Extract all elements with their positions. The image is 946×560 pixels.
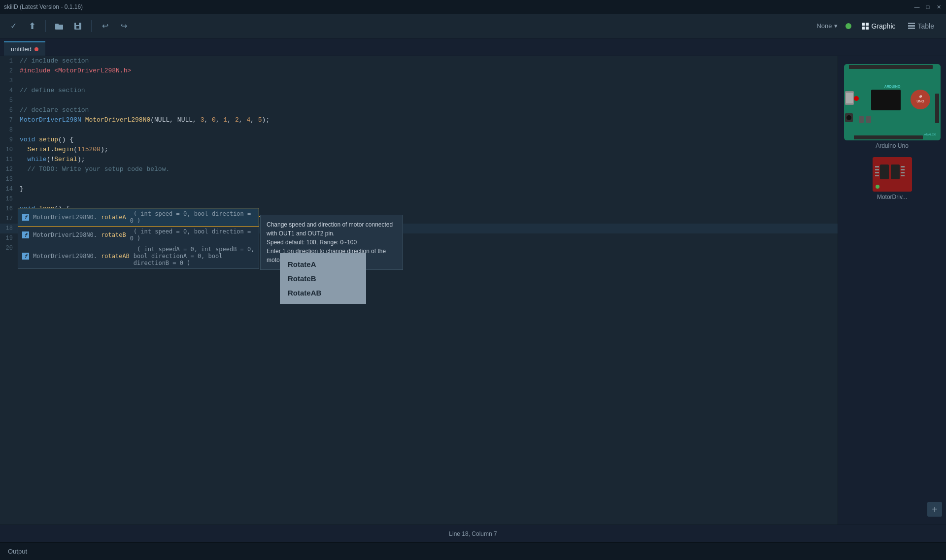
maximize-button[interactable]: □ (924, 3, 931, 10)
autocomplete-popup[interactable]: f MotorDriverL298N0. rotateA ( int speed… (18, 208, 259, 269)
upload-button[interactable]: ⬆ (25, 19, 39, 33)
table-icon (908, 22, 915, 30)
ac-method: rotateAB (101, 253, 130, 260)
line-content: // include section (18, 56, 838, 66)
line-number: 19 (0, 233, 18, 243)
motor-driver-graphic[interactable] (873, 157, 912, 192)
open-folder-button[interactable] (52, 19, 67, 33)
svg-rect-4 (76, 26, 79, 29)
verify-button[interactable]: ✓ (6, 19, 21, 33)
svg-rect-10 (908, 25, 915, 27)
line-number: 5 (0, 96, 18, 105)
file-tab[interactable]: untitled (4, 41, 45, 56)
line-content: } (18, 184, 838, 194)
svg-text:ANALOG: ANALOG (924, 133, 936, 136)
arduino-svg: ⌀ UNO ARDUINO ANALOG (844, 64, 941, 140)
rotate-b-item[interactable]: RotateB (280, 271, 366, 286)
svg-rect-35 (875, 175, 879, 176)
code-line-15: 15 (0, 194, 838, 204)
line-number: 13 (0, 174, 18, 184)
svg-rect-13 (849, 65, 933, 69)
ac-method: rotateA (101, 214, 126, 221)
line-number: 7 (0, 115, 18, 125)
svg-rect-5 (862, 23, 865, 26)
code-line-3: 3 (0, 76, 838, 86)
svg-rect-8 (866, 27, 869, 30)
status-bar: Line 18, Column 7 (0, 525, 946, 542)
autocomplete-item-2[interactable]: f MotorDriverL298N0. rotateAB ( int spee… (18, 244, 259, 268)
function-icon: f (22, 253, 29, 260)
svg-rect-36 (901, 166, 905, 167)
ac-class: MotorDriverL298N0. (33, 253, 97, 260)
code-line-14: 14 } (0, 184, 838, 194)
toolbar-separator (45, 20, 46, 32)
window-controls: — □ ✕ (913, 3, 942, 10)
line-number: 2 (0, 66, 18, 76)
line-content: // declare section (18, 105, 838, 115)
toolbar-separator-2 (91, 20, 92, 32)
add-component-button[interactable]: + (927, 502, 942, 517)
code-line-12: 12 // TODO: Write your setup code below. (0, 165, 838, 174)
arduino-board-graphic[interactable]: ⌀ UNO ARDUINO ANALOG (844, 64, 941, 140)
motor-section: MotorDriv... (873, 157, 912, 200)
minimize-button[interactable]: — (913, 3, 920, 10)
line-number: 6 (0, 105, 18, 115)
right-panel: ⌀ UNO ARDUINO ANALOG Arduino Uno (838, 56, 946, 525)
app-title: skiiiD (Latest Version - 0.1.16) (4, 3, 83, 10)
rotate-ab-item[interactable]: RotateAB (280, 286, 366, 300)
autocomplete-item-1[interactable]: f MotorDriverL298N0. rotateB ( int speed… (18, 226, 259, 244)
svg-rect-25 (859, 116, 864, 123)
svg-rect-19 (871, 90, 901, 110)
line-content: MotorDriverL298N MotorDriverL298N0(NULL,… (18, 115, 838, 125)
function-list-popup[interactable]: RotateA RotateB RotateAB (280, 253, 366, 304)
function-icon: f (22, 231, 29, 238)
svg-rect-9 (908, 23, 915, 24)
output-label: Output (8, 548, 27, 555)
ac-params: ( int speed = 0, bool direction = 0 ) (130, 228, 255, 242)
line-content: void setup() { (18, 135, 838, 145)
svg-rect-38 (901, 172, 905, 173)
line-content: #include <MotorDriverL298N.h> (18, 66, 838, 76)
unsaved-indicator (34, 47, 38, 51)
table-tab[interactable]: Table (902, 20, 940, 33)
autocomplete-item-0[interactable]: f MotorDriverL298N0. rotateA ( int speed… (18, 208, 259, 227)
code-line-6: 6 // declare section (0, 105, 838, 115)
svg-rect-6 (866, 23, 869, 26)
svg-rect-24 (854, 135, 923, 139)
line-number: 16 (0, 204, 18, 214)
line-number: 17 (0, 214, 18, 224)
arduino-label: Arduino Uno (876, 142, 909, 149)
graphic-tab[interactable]: Graphic (855, 20, 902, 33)
svg-rect-31 (891, 165, 900, 179)
svg-rect-11 (908, 28, 915, 29)
line-number: 4 (0, 86, 18, 96)
redo-button[interactable]: ↪ (116, 19, 131, 33)
close-button[interactable]: ✕ (935, 3, 942, 10)
none-dropdown[interactable]: None ▾ (812, 20, 841, 32)
tooltip-line1: Change speed and direction of motor conn… (267, 221, 393, 237)
svg-rect-30 (880, 165, 889, 179)
ac-method: rotateB (101, 231, 126, 238)
svg-text:⌀: ⌀ (919, 94, 921, 99)
code-line-8: 8 (0, 125, 838, 135)
output-bar[interactable]: Output (0, 542, 946, 560)
code-area[interactable]: 1 // include section 2 #include <MotorDr… (0, 56, 838, 525)
toolbar: ✓ ⬆ ↩ ↪ None ▾ Graphic Table (0, 14, 946, 38)
rotate-a-item[interactable]: RotateA (280, 257, 366, 271)
function-icon: f (22, 214, 29, 221)
title-bar: skiiiD (Latest Version - 0.1.16) — □ ✕ (0, 0, 946, 14)
svg-rect-37 (901, 169, 905, 170)
line-number: 14 (0, 184, 18, 194)
line-content: while(!Serial); (18, 155, 838, 165)
motor-svg (873, 157, 912, 192)
undo-button[interactable]: ↩ (98, 19, 112, 33)
cursor-position: Line 18, Column 7 (449, 530, 497, 537)
line-number: 18 (0, 224, 18, 233)
svg-rect-0 (55, 25, 63, 30)
line-number: 15 (0, 194, 18, 204)
line-content: Serial.begin(115200); (18, 145, 838, 155)
save-button[interactable] (70, 19, 85, 33)
code-line-2: 2 #include <MotorDriverL298N.h> (0, 66, 838, 76)
ac-params: ( int speedA = 0, int speedB = 0, bool d… (134, 246, 255, 266)
code-editor[interactable]: 1 // include section 2 #include <MotorDr… (0, 56, 838, 525)
